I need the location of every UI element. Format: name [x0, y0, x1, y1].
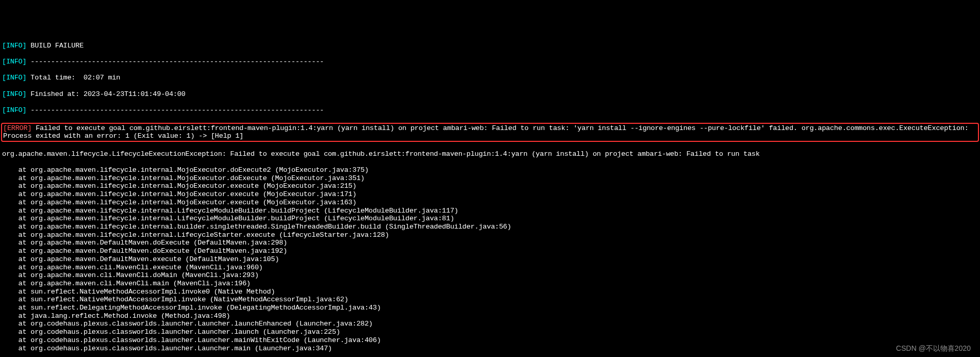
- stacktrace-line: at org.apache.maven.lifecycle.internal.b…: [2, 223, 978, 231]
- stacktrace-line: at org.apache.maven.lifecycle.internal.M…: [2, 166, 978, 174]
- info-line: [INFO] ---------------------------------…: [2, 106, 978, 115]
- highlighted-error-box: [ERROR] Failed to execute goal com.githu…: [1, 123, 979, 142]
- stacktrace-line: at sun.reflect.NativeMethodAccessorImpl.…: [2, 296, 978, 304]
- watermark: CSDN @不以物喜2020: [896, 345, 971, 353]
- line-text: ----------------------------------------…: [26, 58, 324, 66]
- stacktrace-line: at org.codehaus.plexus.classworlds.launc…: [2, 328, 978, 336]
- stacktrace-line: at org.apache.maven.lifecycle.internal.M…: [2, 199, 978, 207]
- stacktrace-line: at org.codehaus.plexus.classworlds.launc…: [2, 320, 978, 328]
- stacktrace-line: at org.codehaus.plexus.classworlds.launc…: [2, 345, 978, 353]
- info-tag: [INFO]: [2, 74, 26, 82]
- stacktrace-line: at org.apache.maven.lifecycle.internal.L…: [2, 207, 978, 215]
- stacktrace-line: at org.apache.maven.cli.MavenCli.main (M…: [2, 280, 978, 288]
- stacktrace-line: at org.codehaus.plexus.classworlds.launc…: [2, 336, 978, 345]
- stacktrace-container: at org.apache.maven.lifecycle.internal.M…: [2, 166, 978, 352]
- stacktrace-line: at java.lang.reflect.Method.invoke (Meth…: [2, 312, 978, 320]
- stacktrace-line: at org.apache.maven.DefaultMaven.doExecu…: [2, 239, 978, 247]
- stacktrace-line: at org.apache.maven.DefaultMaven.execute…: [2, 255, 978, 264]
- stacktrace-line: at org.apache.maven.lifecycle.internal.L…: [2, 231, 978, 239]
- terminal-output: [INFO] BUILD FAILURE [INFO] ------------…: [2, 34, 978, 357]
- info-tag: [INFO]: [2, 42, 26, 50]
- line-text: ----------------------------------------…: [26, 106, 324, 114]
- error-text: Failed to execute goal com.github.eirsle…: [3, 124, 973, 140]
- stacktrace-line: at org.apache.maven.lifecycle.internal.L…: [2, 215, 978, 223]
- info-tag: [INFO]: [2, 90, 26, 98]
- stacktrace-line: at org.apache.maven.lifecycle.internal.M…: [2, 182, 978, 190]
- stacktrace-line: at org.apache.maven.cli.MavenCli.doMain …: [2, 271, 978, 280]
- stacktrace-line: at sun.reflect.NativeMethodAccessorImpl.…: [2, 288, 978, 296]
- stacktrace-line: at org.apache.maven.DefaultMaven.doExecu…: [2, 247, 978, 255]
- stacktrace-header: org.apache.maven.lifecycle.LifecycleExec…: [2, 150, 978, 158]
- line-text: Finished at: 2023-04-23T11:01:49-04:00: [26, 90, 185, 98]
- line-text: Total time: 02:07 min: [26, 74, 120, 82]
- info-line: [INFO] ---------------------------------…: [2, 58, 978, 66]
- stacktrace-line: at org.apache.maven.lifecycle.internal.M…: [2, 174, 978, 183]
- info-tag: [INFO]: [2, 58, 26, 66]
- stacktrace-line: at org.apache.maven.cli.MavenCli.execute…: [2, 264, 978, 272]
- error-tag: [ERROR]: [3, 124, 31, 132]
- info-line: [INFO] BUILD FAILURE: [2, 42, 978, 50]
- info-line: [INFO] Finished at: 2023-04-23T11:01:49-…: [2, 90, 978, 99]
- stacktrace-line: at org.apache.maven.lifecycle.internal.M…: [2, 190, 978, 199]
- line-text: BUILD FAILURE: [26, 42, 84, 50]
- info-line: [INFO] Total time: 02:07 min: [2, 74, 978, 82]
- stacktrace-line: at sun.reflect.DelegatingMethodAccessorI…: [2, 304, 978, 312]
- info-tag: [INFO]: [2, 106, 26, 114]
